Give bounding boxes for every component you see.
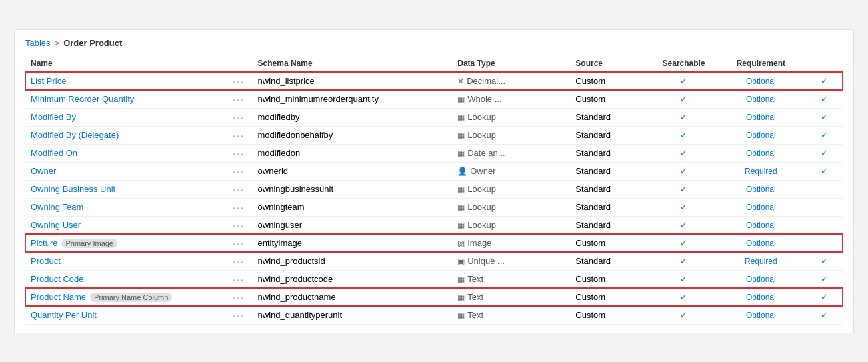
display-name-link[interactable]: Product Code xyxy=(31,274,84,284)
dots-icon[interactable]: ··· xyxy=(233,238,245,249)
type-label: Owner xyxy=(470,166,495,176)
cell-searchable: ✓ xyxy=(652,108,715,126)
display-name-link[interactable]: Modified By xyxy=(31,112,76,122)
type-symbol-icon: ▦ xyxy=(457,311,465,320)
cell-searchable: ✓ xyxy=(652,288,715,306)
requirement-label: Optional xyxy=(746,275,776,284)
display-name-link[interactable]: Product Name xyxy=(31,292,86,302)
dots-icon[interactable]: ··· xyxy=(233,274,245,285)
type-label: Text xyxy=(467,292,483,302)
cell-data-type: ▦Text xyxy=(452,306,570,324)
cell-dots[interactable]: ··· xyxy=(225,108,253,126)
cell-schema-name: owninguser xyxy=(253,216,453,234)
cell-requirement: Optional xyxy=(715,126,806,144)
cell-data-type: ▣Unique ... xyxy=(452,252,570,270)
cell-dots[interactable]: ··· xyxy=(225,162,253,180)
cell-data-type: ▦Lookup xyxy=(452,108,570,126)
display-name-link[interactable]: Owning Team xyxy=(31,202,83,212)
cell-dots[interactable]: ··· xyxy=(225,144,253,162)
requirement-label: Optional xyxy=(746,77,776,86)
dots-icon[interactable]: ··· xyxy=(233,94,245,105)
type-icon: ▦Lookup xyxy=(457,130,496,140)
type-icon: ▦Lookup xyxy=(457,220,496,230)
table-row: PicturePrimary Image···entityimage▨Image… xyxy=(25,234,843,252)
type-label: Lookup xyxy=(467,220,496,230)
cell-schema-name: nwind_productsid xyxy=(253,252,453,270)
table-header-row: Name Schema Name Data Type Source Search… xyxy=(25,55,843,73)
dots-icon[interactable]: ··· xyxy=(233,112,245,123)
requirement-label: Optional xyxy=(746,131,776,140)
dots-icon[interactable]: ··· xyxy=(233,130,245,141)
cell-source: Standard xyxy=(570,126,652,144)
cell-dots[interactable]: ··· xyxy=(225,234,253,252)
action-check-icon: ✓ xyxy=(821,112,828,122)
display-name-link[interactable]: List Price xyxy=(31,76,66,86)
table-row: Product Code···nwind_productcode▦TextCus… xyxy=(25,270,843,288)
cell-source: Custom xyxy=(570,306,652,324)
table-row: List Price···nwind_listprice✕Decimal...C… xyxy=(25,72,843,90)
cell-dots[interactable]: ··· xyxy=(225,90,253,108)
cell-dots[interactable]: ··· xyxy=(225,180,253,198)
cell-data-type: ▦Lookup xyxy=(452,216,570,234)
cell-requirement: Optional xyxy=(715,180,806,198)
dots-icon[interactable]: ··· xyxy=(233,148,245,159)
dots-icon[interactable]: ··· xyxy=(233,76,245,87)
dots-icon[interactable]: ··· xyxy=(233,220,245,231)
type-label: Whole ... xyxy=(467,94,501,104)
display-name-link[interactable]: Modified By (Delegate) xyxy=(31,130,119,140)
display-name-link[interactable]: Owning User xyxy=(31,220,81,230)
table-row: Product NamePrimary Name Column···nwind_… xyxy=(25,288,843,306)
searchable-check-icon: ✓ xyxy=(680,112,687,122)
type-icon: ▦Lookup xyxy=(457,202,496,212)
cell-dots[interactable]: ··· xyxy=(225,288,253,306)
cell-dots[interactable]: ··· xyxy=(225,306,253,324)
display-name-link[interactable]: Quantity Per Unit xyxy=(31,310,97,320)
cell-dots[interactable]: ··· xyxy=(225,270,253,288)
display-name-link[interactable]: Picture xyxy=(31,238,57,248)
cell-dots[interactable]: ··· xyxy=(225,126,253,144)
display-name-link[interactable]: Owner xyxy=(31,166,56,176)
cell-action xyxy=(806,216,843,234)
searchable-check-icon: ✓ xyxy=(680,76,687,86)
cell-display-name: PicturePrimary Image xyxy=(25,234,225,252)
cell-dots[interactable]: ··· xyxy=(225,198,253,216)
cell-searchable: ✓ xyxy=(652,72,715,90)
col-header-requirement: Requirement xyxy=(715,55,806,73)
dots-icon[interactable]: ··· xyxy=(233,202,245,213)
searchable-check-icon: ✓ xyxy=(680,310,687,320)
cell-display-name: Owner xyxy=(25,162,225,180)
action-check-icon: ✓ xyxy=(821,274,828,284)
cell-source: Standard xyxy=(570,198,652,216)
cell-dots[interactable]: ··· xyxy=(225,72,253,90)
cell-action: ✓ xyxy=(806,72,843,90)
dots-icon[interactable]: ··· xyxy=(233,166,245,177)
type-symbol-icon: ▦ xyxy=(457,203,465,212)
action-check-icon: ✓ xyxy=(821,130,828,140)
display-name-link[interactable]: Owning Business Unit xyxy=(31,184,115,194)
cell-data-type: ▦Text xyxy=(452,270,570,288)
cell-data-type: ▦Text xyxy=(452,288,570,306)
breadcrumb-separator: > xyxy=(55,38,60,48)
searchable-check-icon: ✓ xyxy=(680,292,687,302)
cell-action xyxy=(806,198,843,216)
col-header-actions xyxy=(806,55,843,73)
type-symbol-icon: ▦ xyxy=(457,185,465,194)
table-row: Owning User···owninguser▦LookupStandard✓… xyxy=(25,216,843,234)
display-name-link[interactable]: Product xyxy=(31,256,61,266)
breadcrumb-tables-link[interactable]: Tables xyxy=(25,38,51,48)
requirement-label: Optional xyxy=(746,149,776,158)
dots-icon[interactable]: ··· xyxy=(233,184,245,195)
display-name-link[interactable]: Minimum Reorder Quantity xyxy=(31,94,134,104)
dots-icon[interactable]: ··· xyxy=(233,256,245,267)
cell-dots[interactable]: ··· xyxy=(225,216,253,234)
dots-icon[interactable]: ··· xyxy=(233,292,245,303)
type-icon: ▦Text xyxy=(457,292,483,302)
breadcrumb: Tables > Order Product xyxy=(25,38,843,48)
cell-schema-name: nwind_productname xyxy=(253,288,453,306)
display-name-link[interactable]: Modified On xyxy=(31,148,77,158)
cell-action: ✓ xyxy=(806,126,843,144)
columns-table: Name Schema Name Data Type Source Search… xyxy=(25,55,843,325)
dots-icon[interactable]: ··· xyxy=(233,310,245,321)
cell-display-name: Modified On xyxy=(25,144,225,162)
cell-dots[interactable]: ··· xyxy=(225,252,253,270)
